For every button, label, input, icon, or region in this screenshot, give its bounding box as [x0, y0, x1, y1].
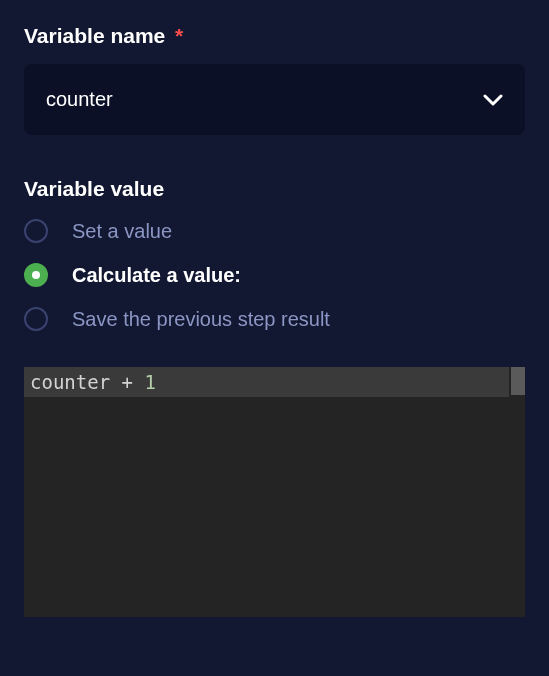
- variable-name-select-value: counter: [46, 88, 113, 111]
- chevron-down-icon: [483, 90, 503, 110]
- variable-value-label: Variable value: [24, 177, 525, 201]
- variable-name-select[interactable]: counter: [24, 64, 525, 135]
- code-token-variable: counter: [30, 371, 110, 393]
- variable-value-radio-group: Set a value Calculate a value: Save the …: [24, 219, 525, 331]
- scrollbar-track: [511, 367, 525, 617]
- code-token-number: 1: [144, 371, 155, 393]
- variable-name-label-text: Variable name: [24, 24, 165, 47]
- code-line: counter + 1: [24, 367, 509, 397]
- variable-name-label: Variable name *: [24, 24, 525, 48]
- required-indicator: *: [175, 24, 183, 47]
- radio-option-save-previous[interactable]: Save the previous step result: [24, 307, 525, 331]
- radio-option-set-value[interactable]: Set a value: [24, 219, 525, 243]
- code-token-operator: +: [110, 371, 144, 393]
- code-editor[interactable]: counter + 1: [24, 367, 525, 617]
- radio-label-save-previous: Save the previous step result: [72, 308, 330, 331]
- radio-option-calculate-value[interactable]: Calculate a value:: [24, 263, 525, 287]
- radio-circle-selected: [24, 263, 48, 287]
- radio-label-set-value: Set a value: [72, 220, 172, 243]
- radio-circle: [24, 219, 48, 243]
- radio-circle: [24, 307, 48, 331]
- radio-label-calculate-value: Calculate a value:: [72, 264, 241, 287]
- scrollbar-thumb[interactable]: [511, 367, 525, 395]
